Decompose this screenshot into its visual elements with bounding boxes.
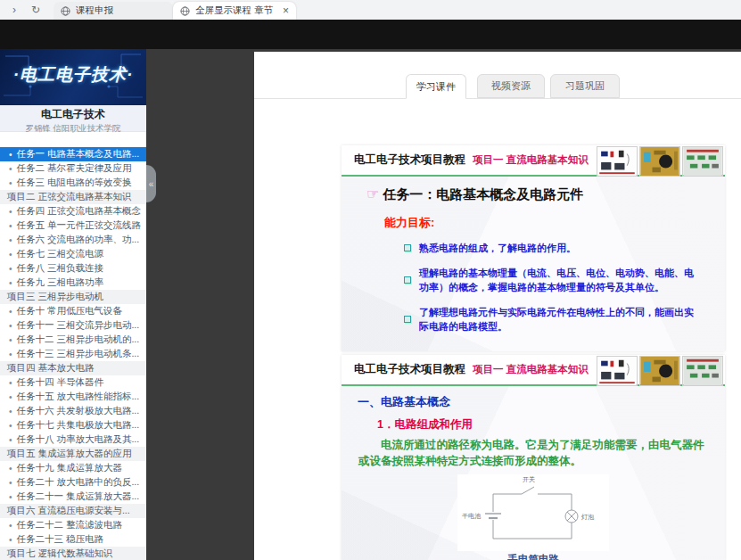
diagram-caption: 手电筒电路 [342,553,725,560]
header-photos [597,146,723,177]
bullet-dot-icon: • [9,307,12,317]
sidebar-item[interactable]: 项目二 正弦交流电路基本知识 [0,190,146,204]
sidebar-item-label: 任务一 电路基本概念及电路... [17,148,140,161]
layout-photo [682,356,723,386]
bullet-dot-icon: • [9,407,12,416]
sidebar-item[interactable]: • 任务二十 放大电路中的负反... [0,475,146,490]
sidebar-item-label: 任务六 交流电路的功率、功... [17,234,140,246]
slide-header-title: 电工电子技术项目教程 [354,362,465,377]
sidebar-item[interactable]: • 任务十九 集成运算放大器 [0,461,146,475]
globe-icon [180,6,190,16]
sidebar-item[interactable]: • 任务一 电路基本概念及电路... [0,147,146,161]
sidebar-item[interactable]: • 任务九 三相电路功率 [0,276,146,290]
sidebar-item-label: 任务二 基尔霍夫定律及应用 [17,162,132,175]
tab-video-resources[interactable]: 视频资源 [477,74,545,98]
sidebar-item-label: 任务二十二 整流滤波电路 [17,519,122,531]
slide-header-subtitle: 项目一 直流电路基本知识 [473,363,589,376]
goal-heading: 能力目标: [384,215,725,231]
bullet-dot-icon: • [9,435,12,445]
bullet-dot-icon: • [9,321,12,331]
sidebar-item-label: 任务五 单一元件正弦交流线路 [17,219,141,232]
sidebar-item[interactable]: 项目三 三相异步电动机 [0,290,146,304]
browser-tab-strip: › ↻ 课程申报 全屏显示课程 章节 × [0,0,741,21]
sidebar-item-label: 项目七 逻辑代数基础知识 [7,548,112,560]
sidebar-item[interactable]: • 任务三 电阻电路的等效变换 [0,176,146,190]
sidebar-item[interactable]: • 任务八 三相负载连接 [0,261,146,276]
sidebar-item[interactable]: • 任务十五 放大电路性能指标... [0,390,146,404]
course-title: 电工电子技术 [0,107,146,122]
forward-icon[interactable]: › [7,3,21,17]
sidebar-item-label: 任务十三 三相异步电动机条... [17,348,140,360]
sidebar-item-label: 项目四 基本放大电路 [7,362,94,375]
sidebar-collapse-handle[interactable]: « [146,165,156,202]
tab-learning-courseware[interactable]: 学习课件 [406,74,466,99]
sidebar-item-label: 任务四 正弦交流电路基本概念 [17,205,141,218]
close-icon[interactable]: × [283,4,289,17]
sidebar-item[interactable]: • 任务二十一 集成运算放大器... [0,490,146,504]
sidebar-item[interactable]: • 任务十三 三相异步电动机条... [0,347,146,361]
sidebar-item[interactable]: • 任务十八 功率放大电路及其... [0,432,146,447]
bullet-dot-icon: • [9,464,12,474]
sidebar-item-label: 任务九 三相电路功率 [17,276,103,289]
sidebar-item-label: 任务十五 放大电路性能指标... [17,391,140,403]
tab-label: 视频资源 [491,79,531,93]
banner-title: ·电工电子技术· [0,63,146,86]
sidebar-item-label: 任务十八 功率放大电路及其... [17,433,140,446]
sidebar-item[interactable]: • 任务十 常用低压电气设备 [0,304,146,318]
sidebar-item-label: 任务十 常用低压电气设备 [17,305,122,317]
bullet-dot-icon: • [9,378,12,388]
slide-header: 电工电子技术项目教程 项目一 直流电路基本知识 [342,145,725,175]
bullet-dot-icon: • [9,150,12,160]
browser-tab-fullscreen-course[interactable]: 全屏显示课程 章节 × [173,2,296,20]
sidebar-item[interactable]: 项目四 基本放大电路 [0,361,146,375]
refresh-icon[interactable]: ↻ [29,3,43,17]
slide-header-title: 电工电子技术项目教程 [354,152,465,168]
sidebar-item[interactable]: • 任务七 三相交流电源 [0,247,146,261]
sidebar-item[interactable]: • 任务四 正弦交流电路基本概念 [0,204,146,218]
sidebar-item-label: 任务二十 放大电路中的负反... [17,476,140,489]
bullet-dot-icon: • [9,207,12,217]
goal-bullet: 了解理想电路元件与实际电路元件在电特性上的不同，能画出实际电路的电路模型。 [404,305,703,334]
sidebar-item[interactable]: • 任务十四 半导体器件 [0,375,146,390]
bullet-dot-icon: • [9,221,12,231]
sidebar-item[interactable]: • 任务十六 共发射极放大电路... [0,404,146,418]
sidebar-item-label: 项目三 三相异步电动机 [7,291,103,303]
slide-body: 一、电路基本概念 1．电路组成和作用 电流所通过的路径称为电路。它是为了满足功能… [342,386,725,560]
sidebar-item[interactable]: • 任务十一 三相交流异步电动... [0,318,146,333]
sidebar-item-label: 项目二 正弦交流电路基本知识 [7,191,131,203]
instructor-name: 罗锦锋 信阳职业技术学院 [0,123,146,135]
sidebar-item[interactable]: • 任务十二 三相异步电动机的... [0,333,146,347]
tab-label: 学习课件 [416,80,456,94]
square-bullet-icon [404,244,411,251]
sub-heading: 1．电路组成和作用 [377,417,725,432]
components-photo [597,356,638,386]
bullet-dot-icon: • [9,264,12,274]
sidebar-item[interactable]: 项目五 集成运算放大器的应用 [0,447,146,461]
sidebar-item[interactable]: 项目六 直流稳压电源安装与... [0,504,146,518]
sidebar-item-label: 任务十九 集成运算放大器 [17,462,122,474]
header-photos [597,356,723,386]
tab-exercises[interactable]: 习题巩固 [550,74,620,98]
sidebar-item[interactable]: • 任务二十三 稳压电路 [0,532,146,547]
sidebar-item[interactable]: • 任务六 交流电路的功率、功... [0,233,146,247]
bullet-dot-icon: • [9,421,12,431]
bullet-dot-icon: • [9,278,12,288]
bullet-dot-icon: • [9,521,12,531]
browser-tab-course-report[interactable]: 课程申报 [54,2,173,20]
sidebar-item[interactable]: 项目七 逻辑代数基础知识 [0,547,146,560]
sidebar-item[interactable]: • 任务五 单一元件正弦交流线路 [0,218,146,233]
black-toolbar [0,20,741,49]
browser-tab-label: 课程申报 [76,4,166,17]
sidebar-nav: • 任务一 电路基本概念及电路... • 任务二 基尔霍夫定律及应用 • 任务三… [0,147,146,560]
sidebar-item[interactable]: • 任务十七 共集电极放大电路... [0,418,146,432]
switch-label: 开关 [523,475,535,482]
pointing-hand-icon: ☞ [366,186,379,202]
course-banner-image: ·电工电子技术· [0,49,146,105]
sidebar-item-label: 任务十一 三相交流异步电动... [17,319,140,332]
slide-1: 电工电子技术项目教程 项目一 直流电路基本知识 [342,145,725,351]
layout-photo [682,146,723,177]
sidebar-item[interactable]: • 任务二十二 整流滤波电路 [0,518,146,532]
sidebar-item-label: 任务二十一 集成运算放大器... [17,490,140,503]
sidebar-item[interactable]: • 任务二 基尔霍夫定律及应用 [0,161,146,176]
bullet-dot-icon: • [9,250,12,259]
